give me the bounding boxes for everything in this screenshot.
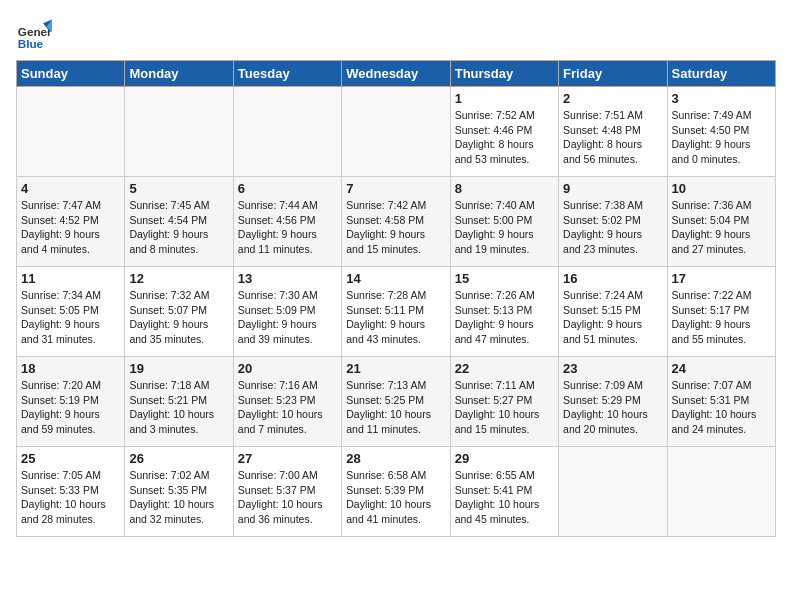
day-number: 27 (238, 451, 337, 466)
calendar-cell: 19Sunrise: 7:18 AMSunset: 5:21 PMDayligh… (125, 357, 233, 447)
day-number: 1 (455, 91, 554, 106)
day-number: 15 (455, 271, 554, 286)
day-number: 7 (346, 181, 445, 196)
day-info: Daylight: 9 hours (346, 317, 445, 332)
weekday-header: Thursday (450, 61, 558, 87)
day-number: 21 (346, 361, 445, 376)
calendar-cell: 1Sunrise: 7:52 AMSunset: 4:46 PMDaylight… (450, 87, 558, 177)
day-info: Sunset: 5:05 PM (21, 303, 120, 318)
day-number: 20 (238, 361, 337, 376)
calendar-cell: 11Sunrise: 7:34 AMSunset: 5:05 PMDayligh… (17, 267, 125, 357)
day-info: Sunset: 5:37 PM (238, 483, 337, 498)
day-info: Daylight: 8 hours (455, 137, 554, 152)
day-info: Sunrise: 7:07 AM (672, 378, 771, 393)
weekday-header: Tuesday (233, 61, 341, 87)
day-info: Sunrise: 7:02 AM (129, 468, 228, 483)
page-header: General Blue (16, 16, 776, 52)
day-info: Sunset: 4:48 PM (563, 123, 662, 138)
day-info: Sunset: 4:50 PM (672, 123, 771, 138)
weekday-header: Saturday (667, 61, 775, 87)
day-info: Sunset: 5:25 PM (346, 393, 445, 408)
calendar-cell: 21Sunrise: 7:13 AMSunset: 5:25 PMDayligh… (342, 357, 450, 447)
day-info: Daylight: 9 hours (129, 317, 228, 332)
day-info: Daylight: 10 hours (21, 497, 120, 512)
day-info: Sunset: 4:56 PM (238, 213, 337, 228)
calendar-cell: 24Sunrise: 7:07 AMSunset: 5:31 PMDayligh… (667, 357, 775, 447)
day-number: 3 (672, 91, 771, 106)
logo: General Blue (16, 16, 56, 52)
day-number: 29 (455, 451, 554, 466)
calendar-cell (667, 447, 775, 537)
day-info: and 11 minutes. (346, 422, 445, 437)
day-info: Daylight: 10 hours (129, 407, 228, 422)
day-info: and 20 minutes. (563, 422, 662, 437)
day-info: and 51 minutes. (563, 332, 662, 347)
day-info: Daylight: 10 hours (346, 407, 445, 422)
day-info: Sunset: 5:13 PM (455, 303, 554, 318)
calendar-cell: 8Sunrise: 7:40 AMSunset: 5:00 PMDaylight… (450, 177, 558, 267)
day-info: Daylight: 10 hours (455, 497, 554, 512)
calendar-cell: 23Sunrise: 7:09 AMSunset: 5:29 PMDayligh… (559, 357, 667, 447)
day-info: Sunrise: 7:11 AM (455, 378, 554, 393)
day-info: Sunrise: 7:44 AM (238, 198, 337, 213)
day-info: Sunrise: 7:05 AM (21, 468, 120, 483)
day-info: Sunrise: 7:00 AM (238, 468, 337, 483)
day-info: and 43 minutes. (346, 332, 445, 347)
day-number: 9 (563, 181, 662, 196)
weekday-header: Wednesday (342, 61, 450, 87)
day-number: 28 (346, 451, 445, 466)
calendar-table: SundayMondayTuesdayWednesdayThursdayFrid… (16, 60, 776, 537)
day-info: Sunrise: 7:32 AM (129, 288, 228, 303)
day-number: 24 (672, 361, 771, 376)
day-info: Daylight: 9 hours (21, 317, 120, 332)
day-number: 5 (129, 181, 228, 196)
day-info: and 3 minutes. (129, 422, 228, 437)
day-info: Sunrise: 7:40 AM (455, 198, 554, 213)
day-info: Sunrise: 7:52 AM (455, 108, 554, 123)
day-info: Sunset: 5:04 PM (672, 213, 771, 228)
day-number: 18 (21, 361, 120, 376)
day-info: Sunrise: 7:28 AM (346, 288, 445, 303)
calendar-cell (233, 87, 341, 177)
day-number: 13 (238, 271, 337, 286)
day-info: Daylight: 10 hours (563, 407, 662, 422)
day-info: Daylight: 10 hours (672, 407, 771, 422)
calendar-cell: 12Sunrise: 7:32 AMSunset: 5:07 PMDayligh… (125, 267, 233, 357)
day-info: and 0 minutes. (672, 152, 771, 167)
day-info: and 59 minutes. (21, 422, 120, 437)
calendar-cell: 7Sunrise: 7:42 AMSunset: 4:58 PMDaylight… (342, 177, 450, 267)
day-number: 25 (21, 451, 120, 466)
day-number: 26 (129, 451, 228, 466)
day-info: Daylight: 9 hours (21, 407, 120, 422)
day-number: 22 (455, 361, 554, 376)
day-info: and 39 minutes. (238, 332, 337, 347)
day-info: Sunrise: 7:22 AM (672, 288, 771, 303)
calendar-cell: 16Sunrise: 7:24 AMSunset: 5:15 PMDayligh… (559, 267, 667, 357)
day-info: Daylight: 9 hours (672, 137, 771, 152)
calendar-cell: 13Sunrise: 7:30 AMSunset: 5:09 PMDayligh… (233, 267, 341, 357)
day-info: and 15 minutes. (455, 422, 554, 437)
day-number: 4 (21, 181, 120, 196)
weekday-header: Monday (125, 61, 233, 87)
day-info: Sunset: 5:29 PM (563, 393, 662, 408)
day-info: and 36 minutes. (238, 512, 337, 527)
day-info: Sunrise: 7:51 AM (563, 108, 662, 123)
day-info: and 11 minutes. (238, 242, 337, 257)
day-info: Sunset: 5:27 PM (455, 393, 554, 408)
day-number: 8 (455, 181, 554, 196)
day-number: 16 (563, 271, 662, 286)
day-info: Daylight: 10 hours (129, 497, 228, 512)
day-info: Sunset: 5:31 PM (672, 393, 771, 408)
logo-icon: General Blue (16, 16, 52, 52)
day-info: Sunrise: 7:18 AM (129, 378, 228, 393)
day-info: Sunset: 4:58 PM (346, 213, 445, 228)
day-info: and 35 minutes. (129, 332, 228, 347)
day-info: Sunrise: 7:16 AM (238, 378, 337, 393)
calendar-cell: 3Sunrise: 7:49 AMSunset: 4:50 PMDaylight… (667, 87, 775, 177)
calendar-cell: 29Sunrise: 6:55 AMSunset: 5:41 PMDayligh… (450, 447, 558, 537)
calendar-cell: 9Sunrise: 7:38 AMSunset: 5:02 PMDaylight… (559, 177, 667, 267)
calendar-cell (125, 87, 233, 177)
day-info: Daylight: 9 hours (455, 227, 554, 242)
day-number: 19 (129, 361, 228, 376)
day-info: and 45 minutes. (455, 512, 554, 527)
